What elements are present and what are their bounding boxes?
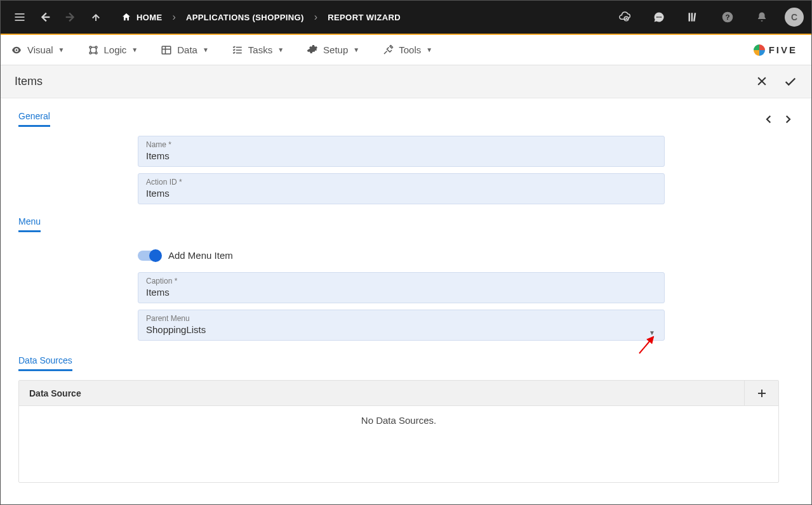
menu-form: Add Menu Item Caption * Items Parent Men…: [138, 250, 665, 341]
chevron-down-icon: ▼: [277, 46, 284, 53]
data-sources-table: Data Source No Data Sources.: [18, 380, 779, 483]
chevron-down-icon: ▼: [426, 46, 432, 53]
add-menu-item-toggle-row: Add Menu Item: [138, 250, 665, 261]
menu-tasks[interactable]: Tasks ▼: [232, 44, 284, 56]
section-label-general: General: [18, 111, 50, 127]
appbar: HOME › APPLICATIONS (SHOPPING) › REPORT …: [1, 1, 811, 34]
svg-rect-20: [163, 46, 171, 54]
menu-tools[interactable]: Tools ▼: [382, 44, 432, 56]
menu-label: Tools: [399, 44, 421, 55]
table-body-empty: No Data Sources.: [19, 406, 778, 482]
logo-text: FIVE: [769, 44, 797, 55]
breadcrumb-home[interactable]: HOME: [115, 12, 169, 22]
menu-setup[interactable]: Setup ▼: [307, 44, 359, 56]
section-label-data-sources: Data Sources: [18, 355, 72, 371]
cloud-icon[interactable]: [613, 6, 636, 29]
action-id-field[interactable]: Action ID * Items: [138, 173, 665, 204]
svg-rect-12: [693, 13, 696, 22]
breadcrumb: HOME › APPLICATIONS (SHOPPING) › REPORT …: [115, 11, 407, 23]
content: General Name * Items Action ID * Items M…: [1, 98, 811, 505]
menu-visual[interactable]: Visual ▼: [11, 44, 65, 56]
back-icon[interactable]: [34, 6, 57, 29]
section-menu: Menu Add Menu Item Caption * Items Paren…: [18, 216, 794, 341]
menu-logic[interactable]: Logic ▼: [88, 44, 138, 56]
svg-text:?: ?: [725, 13, 729, 21]
breadcrumb-applications[interactable]: APPLICATIONS (SHOPPING): [180, 13, 310, 22]
field-label: Name *: [146, 140, 656, 149]
svg-point-16: [90, 46, 91, 48]
breadcrumb-report-wizard[interactable]: REPORT WIZARD: [321, 13, 407, 22]
appbar-left: HOME › APPLICATIONS (SHOPPING) › REPORT …: [8, 6, 407, 29]
appbar-right: ? C: [613, 6, 804, 29]
confirm-button[interactable]: [783, 75, 797, 89]
add-menu-item-toggle[interactable]: [138, 251, 161, 261]
menu-label: Visual: [27, 44, 53, 55]
bell-icon[interactable]: [750, 6, 773, 29]
section-data-sources: Data Sources Data Source No Data Sources…: [18, 355, 794, 483]
field-value: Items: [146, 287, 656, 298]
table-header: Data Source: [19, 381, 778, 406]
column-header-data-source: Data Source: [19, 381, 744, 405]
next-button[interactable]: [782, 114, 794, 125]
avatar[interactable]: C: [785, 8, 804, 27]
general-form: Name * Items Action ID * Items: [138, 136, 665, 204]
svg-point-18: [90, 52, 91, 54]
menubar: Visual ▼ Logic ▼ Data ▼ Tasks ▼ Setup ▼ …: [1, 35, 811, 65]
chevron-right-icon: ›: [169, 11, 180, 23]
forward-icon: [59, 6, 82, 29]
library-icon[interactable]: [682, 6, 705, 29]
add-data-source-button[interactable]: [744, 381, 778, 405]
nav-chevrons: [763, 114, 794, 125]
close-button[interactable]: [755, 75, 768, 89]
menu-data[interactable]: Data ▼: [161, 44, 209, 56]
field-value: Items: [146, 188, 656, 199]
menu-label: Logic: [104, 44, 127, 55]
svg-rect-10: [689, 13, 691, 21]
chevron-down-icon: ▼: [58, 46, 65, 53]
field-label: Action ID *: [146, 178, 656, 187]
toggle-label: Add Menu Item: [168, 250, 233, 261]
menu-icon[interactable]: [8, 6, 31, 29]
section-label-menu: Menu: [18, 216, 41, 232]
svg-point-8: [658, 16, 660, 18]
menu-label: Setup: [323, 44, 348, 55]
svg-rect-11: [691, 13, 693, 21]
menu-label: Data: [177, 44, 197, 55]
svg-point-19: [95, 52, 97, 54]
chat-icon[interactable]: [648, 6, 670, 29]
page-title: Items: [15, 75, 43, 88]
chevron-down-icon: ▼: [131, 46, 138, 53]
menu-label: Tasks: [248, 44, 272, 55]
svg-point-17: [95, 46, 97, 48]
svg-point-9: [660, 16, 662, 18]
subheader: Items: [1, 65, 811, 98]
field-value: Items: [146, 150, 656, 161]
chevron-down-icon: ▼: [353, 46, 359, 53]
up-icon[interactable]: [84, 6, 107, 29]
section-head-general: General: [18, 111, 794, 127]
parent-menu-field[interactable]: Parent Menu ShoppingLists ▼: [138, 310, 665, 341]
dropdown-icon[interactable]: ▼: [649, 329, 655, 336]
prev-button[interactable]: [763, 114, 775, 125]
empty-text: No Data Sources.: [361, 415, 436, 426]
help-icon[interactable]: ?: [716, 6, 739, 29]
svg-point-7: [656, 16, 658, 18]
logo-mark-icon: [754, 44, 765, 56]
subheader-actions: [755, 75, 797, 89]
svg-point-15: [16, 49, 18, 51]
breadcrumb-label: HOME: [136, 13, 163, 22]
field-value: ShoppingLists: [146, 324, 656, 335]
chevron-right-icon: ›: [310, 11, 321, 23]
field-label: Parent Menu: [146, 314, 656, 323]
avatar-initial: C: [791, 12, 797, 22]
breadcrumb-label: APPLICATIONS (SHOPPING): [186, 13, 304, 22]
name-field[interactable]: Name * Items: [138, 136, 665, 167]
breadcrumb-label: REPORT WIZARD: [328, 13, 401, 22]
chevron-down-icon: ▼: [203, 46, 209, 53]
caption-field[interactable]: Caption * Items: [138, 272, 665, 303]
logo: FIVE: [754, 44, 797, 56]
field-label: Caption *: [146, 277, 656, 285]
